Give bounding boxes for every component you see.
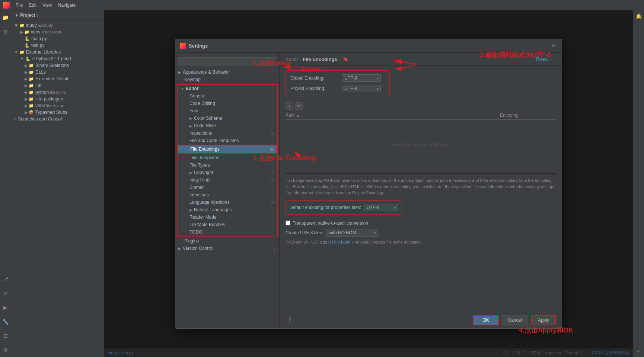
- tree-item-dlls[interactable]: ▶ 📁 DLLs: [11, 69, 104, 75]
- nav-item-code-style[interactable]: ▶ Code Style: [178, 122, 277, 129]
- nav-item-inspections[interactable]: Inspections ⊞: [178, 129, 277, 137]
- nav-item-intentions[interactable]: Intentions: [178, 191, 277, 199]
- more-icon[interactable]: ···: [1, 42, 10, 50]
- menu-view[interactable]: View: [41, 2, 54, 9]
- edit-path-button[interactable]: ✏: [295, 102, 303, 110]
- tree-item-venv2[interactable]: ▶ 📁 venv library roo: [11, 102, 104, 109]
- nav-item-emmet[interactable]: Emmet: [178, 184, 277, 191]
- menu-edit[interactable]: Edit: [27, 2, 38, 9]
- ide-sidebar: ▼ Project ∨ ▼ 📁 study E:\study ▶ 📁 venv …: [11, 10, 104, 357]
- settings-content: Editor › File Encodings 🔖 Reset ‹: [280, 53, 562, 328]
- bom-arrow-icon: ↗: [351, 240, 356, 244]
- global-encoding-select[interactable]: UTF-8 ISO-8859-1 windows-1252: [342, 74, 381, 82]
- nav-item-copyright[interactable]: ▶ Copyright ⊞: [178, 169, 277, 176]
- nav-item-file-types[interactable]: File Types: [178, 161, 277, 169]
- nav-item-textmate-bundles[interactable]: TextMate Bundles: [178, 221, 277, 228]
- dialog-overlay: Settings ✕ ▶ Appearance & Behavior: [104, 10, 633, 357]
- nav-item-appearance[interactable]: ▶ Appearance & Behavior: [175, 68, 279, 76]
- nav-item-todo[interactable]: TODO: [178, 228, 277, 236]
- help-button[interactable]: ?: [286, 316, 294, 324]
- encoding-box: Global Encoding: UTF-8 ISO-8859-1 window…: [286, 70, 390, 96]
- path-table-empty: Encodings are not configured: [286, 120, 556, 170]
- apply-button[interactable]: Apply: [531, 315, 556, 325]
- settings-main: Global Encoding: UTF-8 ISO-8859-1 window…: [280, 66, 562, 312]
- settings-icon[interactable]: ⚙: [1, 346, 10, 354]
- app-logo: [3, 2, 10, 9]
- utf8-row: Create UTF-8 files: with NO BOM with BOM: [286, 229, 556, 237]
- menu-file[interactable]: File: [14, 2, 24, 9]
- dialog-close-button[interactable]: ✕: [550, 42, 557, 49]
- right-icon-bar: 🔔 ✓: [633, 10, 644, 357]
- project-encoding-label: Project Encoding:: [290, 86, 339, 91]
- global-encoding-label: Global Encoding:: [290, 75, 339, 81]
- props-encoding-select[interactable]: UTF-8 ISO-8859-1: [364, 204, 398, 211]
- nav-item-inlay-hints[interactable]: Inlay Hints ⊞: [178, 176, 277, 184]
- nav-item-keymap[interactable]: Keymap: [175, 76, 279, 83]
- tree-item-lib[interactable]: ▶ 📁 Lib: [11, 82, 104, 89]
- dialog-logo: [180, 43, 186, 49]
- project-icon[interactable]: 📁: [1, 13, 10, 22]
- tree-item-mainpy[interactable]: 🐍 main.py: [11, 35, 104, 42]
- nav-item-font[interactable]: Font: [178, 107, 277, 115]
- cancel-button[interactable]: Cancel: [502, 315, 528, 325]
- bookmark-icon[interactable]: 🔖: [342, 56, 349, 62]
- reset-button[interactable]: Reset ‹ ›: [536, 56, 556, 62]
- settings-search-input[interactable]: [178, 57, 276, 66]
- ok-button[interactable]: OK: [473, 315, 498, 325]
- path-column-header[interactable]: Path ▲: [286, 113, 498, 118]
- tree-item-python-lib[interactable]: ▶ 📁 python library ro: [11, 89, 104, 96]
- project-label: Project: [20, 13, 35, 18]
- nav-item-file-encodings[interactable]: File Encodings ⊞: [178, 145, 277, 154]
- nav-item-editor[interactable]: ▼ Editor: [178, 85, 277, 92]
- nav-item-file-code-templates[interactable]: File and Code Templates: [178, 137, 277, 144]
- add-path-button[interactable]: +: [286, 102, 293, 110]
- notifications-icon[interactable]: 🔔: [636, 13, 642, 19]
- nav-item-reader-mode[interactable]: Reader Mode: [178, 213, 277, 221]
- dialog-footer: ? OK Cancel Apply: [280, 312, 562, 328]
- debug-icon[interactable]: 🔧: [1, 318, 10, 326]
- layers-icon[interactable]: ⊙: [1, 289, 10, 298]
- forward-arrow[interactable]: ›: [554, 56, 556, 62]
- utf8-select-wrapper: with NO BOM with BOM: [326, 229, 378, 237]
- structure-icon[interactable]: ⊞: [1, 28, 10, 36]
- nav-item-version-control[interactable]: ▶ Version Control ⊞: [175, 245, 279, 252]
- bom-link[interactable]: UTF-8 BOM: [328, 240, 350, 244]
- project-tree: ▼ 📁 study E:\study ▶ 📁 venv library root…: [11, 20, 104, 357]
- sidebar-header: ▼ Project ∨: [11, 10, 104, 20]
- project-encoding-select[interactable]: UTF-8 ISO-8859-1 windows-1252: [342, 85, 381, 92]
- transparent-label: Transparent native-to-ascii conversion: [293, 221, 368, 226]
- nav-item-natural-languages[interactable]: ▶ Natural Languages: [178, 206, 277, 213]
- nav-item-live-templates[interactable]: Live Templates: [178, 154, 277, 161]
- ide-content: Settings ✕ ▶ Appearance & Behavior: [104, 10, 633, 357]
- tree-item-binary[interactable]: ▶ 📁 Binary Skeletons: [11, 62, 104, 69]
- tree-item-venv[interactable]: ▶ 📁 venv library root: [11, 29, 104, 35]
- encoding-column-header: Encoding: [500, 113, 556, 118]
- terminal-icon[interactable]: ⊟: [1, 332, 10, 340]
- footer-buttons: OK Cancel Apply: [473, 315, 556, 325]
- tree-item-study[interactable]: ▼ 📁 study E:\study: [11, 22, 104, 29]
- dialog-body: ▶ Appearance & Behavior Keymap ▼: [175, 53, 562, 328]
- utf8-select[interactable]: with NO BOM with BOM: [326, 229, 378, 237]
- tree-item-extended[interactable]: ▶ 📁 Extended Definit: [11, 75, 104, 82]
- project-encoding-row: Project Encoding: UTF-8 ISO-8859-1 windo…: [290, 85, 385, 92]
- tree-item-site-packages[interactable]: ▶ 📁 site-packages: [11, 96, 104, 102]
- nav-item-color-scheme[interactable]: ▶ Color Scheme: [178, 115, 277, 122]
- tree-item-scratches[interactable]: ≡ Scratches and Consol: [11, 116, 104, 122]
- menu-bar: File Edit View Navigate: [14, 2, 77, 9]
- transparent-checkbox[interactable]: [286, 221, 290, 225]
- tree-item-testpy[interactable]: 🐍 test.py: [11, 42, 104, 49]
- nav-item-language-injections[interactable]: Language Injections ⊞: [178, 199, 277, 206]
- git-icon[interactable]: ⎇: [1, 275, 10, 283]
- settings-dialog: Settings ✕ ▶ Appearance & Behavior: [175, 39, 562, 329]
- nav-item-plugins[interactable]: Plugins: [175, 237, 279, 245]
- menu-navigate[interactable]: Navigate: [57, 2, 77, 9]
- run-icon[interactable]: ▶: [1, 303, 10, 312]
- tree-item-python[interactable]: ▼ 🐍 < Python 3.11 (stud: [11, 55, 104, 62]
- tree-item-external-libs[interactable]: ▼ 📁 External Libraries: [11, 49, 104, 55]
- back-arrow[interactable]: ‹: [551, 56, 553, 62]
- info-text: To change encoding PyCharm uses for a fi…: [286, 173, 556, 196]
- props-label: Default encoding for properties files:: [290, 205, 361, 210]
- nav-item-general[interactable]: General: [178, 92, 277, 100]
- nav-item-code-editing[interactable]: Code Editing: [178, 100, 277, 107]
- tree-item-typeshed[interactable]: ▶ 📦 Typeshed Stubs: [11, 109, 104, 116]
